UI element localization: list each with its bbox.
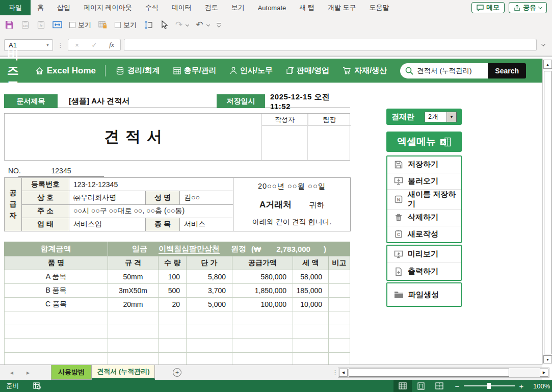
search-submit-button[interactable]: Search (488, 63, 526, 79)
col-tax[interactable]: 세 액 (293, 256, 329, 270)
col-qty[interactable]: 수 량 (159, 256, 187, 270)
search-input[interactable] (417, 67, 478, 74)
quote-date[interactable]: 20○○년 ○○월 ○○일 (241, 181, 343, 191)
cell-unit-price[interactable]: 3,700 (187, 284, 232, 297)
vertical-scroll-thumb[interactable] (544, 71, 551, 354)
tab-new-tab[interactable]: 새 탭 (293, 0, 321, 15)
zoom-slider[interactable] (464, 385, 515, 386)
row-height-button[interactable] (144, 20, 153, 30)
doc-number-value[interactable]: 12345 (18, 167, 104, 177)
sheet-tab-quote[interactable]: 견적서 (누적관리) (92, 365, 155, 380)
menu-print[interactable]: 출력하기 (387, 263, 461, 280)
total-amount-number[interactable]: 2,783,000 (276, 245, 310, 253)
menu-create-file[interactable]: 파일생성 (387, 283, 461, 306)
reg-number-value[interactable]: 123-12-12345 (69, 178, 233, 191)
horizontal-scrollbar[interactable]: ◀ ▶ (338, 368, 549, 378)
cell-item-name[interactable]: C 품목 (4, 298, 108, 311)
name-box-dropdown-icon[interactable]: ▼ (46, 43, 49, 47)
undo-button[interactable]: ↶ (196, 20, 209, 29)
zoom-percentage[interactable]: 100% (533, 382, 552, 390)
view-checkbox-1[interactable]: 보기 (69, 20, 91, 30)
tab-insert[interactable]: 삽입 (50, 0, 77, 15)
cell-spec[interactable]: 3mX50m (108, 284, 159, 297)
scroll-up-button[interactable]: ▲ (543, 60, 552, 69)
insert-function-button[interactable]: fx (103, 41, 120, 49)
nav-materials[interactable]: 자재/생산 (343, 66, 387, 75)
qat-overflow-button[interactable] (217, 23, 221, 27)
column-width-button[interactable] (52, 20, 62, 29)
tab-developer[interactable]: 개발 도구 (321, 0, 363, 15)
approval-count-dropdown[interactable]: 2개 ▼ (425, 112, 457, 122)
col-note[interactable]: 비고 (329, 256, 350, 270)
biz-type-value[interactable]: 서비스업 (69, 218, 146, 231)
cell-spec[interactable]: 50mm (108, 270, 159, 283)
paste-formulas-button[interactable]: fx (37, 20, 45, 29)
menu-new[interactable]: C 새로작성 (387, 226, 461, 243)
cell-tax[interactable]: 10,000 (293, 298, 329, 311)
cell-unit-price[interactable]: 5,800 (187, 270, 232, 283)
cell-unit-price[interactable]: 5,000 (187, 298, 232, 311)
page-layout-view-button[interactable] (412, 380, 430, 392)
share-button[interactable]: 공유 (509, 2, 547, 13)
select-cursor-button[interactable] (160, 20, 168, 29)
nav-general-affairs[interactable]: 총무/관리 (173, 66, 217, 75)
comments-button[interactable]: 메모 (471, 2, 505, 13)
cell-qty[interactable]: 100 (159, 270, 187, 283)
paste-values-button[interactable]: 123 (21, 20, 30, 29)
col-unit-price[interactable]: 단 가 (187, 256, 232, 270)
zoom-in-button[interactable]: + (517, 382, 526, 390)
page-break-view-button[interactable] (430, 380, 449, 392)
formula-input[interactable] (124, 39, 537, 51)
cell-tax[interactable]: 58,000 (293, 270, 329, 283)
tab-file[interactable]: 파일 (0, 0, 31, 15)
dropdown-arrow-icon[interactable]: ▼ (446, 112, 456, 122)
tab-home[interactable]: 홈 (31, 0, 50, 15)
cell-note[interactable] (329, 270, 350, 283)
approver-sign-cells[interactable] (262, 126, 351, 160)
horizontal-scroll-thumb[interactable] (349, 369, 509, 377)
cell-item-name[interactable]: B 품목 (4, 284, 108, 297)
company-value[interactable]: ㈜우리회사명 (69, 191, 146, 204)
nav-excel-home[interactable]: Excel Home (35, 66, 96, 76)
vertical-scrollbar[interactable]: ▲ ▼ (542, 59, 552, 364)
menu-preview[interactable]: 미리보기 (387, 246, 461, 263)
search-box[interactable] (400, 63, 488, 79)
view-checkbox-2[interactable]: 보기 (115, 20, 137, 30)
tab-formulas[interactable]: 수식 (139, 0, 165, 15)
cell-spec[interactable]: 20mm (108, 298, 159, 311)
enter-button[interactable]: ✓ (86, 41, 103, 49)
zoom-slider-thumb[interactable] (487, 383, 491, 389)
scroll-down-button[interactable]: ▼ (543, 355, 552, 363)
cell-note[interactable] (329, 298, 350, 311)
cell-supply-amount[interactable]: 100,000 (232, 298, 293, 311)
nav-hr-labor[interactable]: 인사/노무 (230, 66, 273, 75)
save-button[interactable] (5, 20, 14, 29)
cell-item-name[interactable]: A 품목 (4, 270, 108, 283)
sheet-prev-icon[interactable]: ◂ (10, 369, 13, 376)
add-sheet-button[interactable]: + (173, 368, 181, 377)
tab-help[interactable]: 도움말 (363, 0, 396, 15)
cell-supply-amount[interactable]: 580,000 (232, 270, 293, 283)
scroll-right-button[interactable]: ▶ (540, 369, 548, 377)
cell-qty[interactable]: 500 (159, 284, 187, 297)
col-spec[interactable]: 규 격 (108, 256, 159, 270)
cell-qty[interactable]: 20 (159, 298, 187, 311)
menu-delete[interactable]: 삭제하기 (387, 209, 461, 226)
macro-record-button[interactable] (33, 382, 41, 389)
nav-sales[interactable]: 판매/영업 (286, 66, 329, 75)
menu-save-as[interactable]: N 새이름 저장하기 (387, 189, 461, 209)
menu-load[interactable]: 불러오기 (387, 173, 461, 190)
nav-accounting[interactable]: 경리/회계 (116, 66, 160, 75)
tab-page-layout[interactable]: 페이지 레이아웃 (77, 0, 139, 15)
cell-supply-amount[interactable]: 1,850,000 (232, 284, 293, 297)
menu-save[interactable]: 저장하기 (387, 156, 461, 173)
biz-item-value[interactable]: 서비스 (180, 218, 233, 231)
normal-view-button[interactable] (393, 380, 412, 392)
tab-view[interactable]: 보기 (225, 0, 251, 15)
cancel-button[interactable]: × (68, 41, 86, 49)
sheet-tab-usage[interactable]: 사용방법 (51, 365, 92, 380)
tab-automate[interactable]: Automate (251, 0, 293, 15)
address-value[interactable]: ○○시 ○○구 ○○대로 ○○, ○○층 (○○동) (69, 204, 233, 218)
formula-bar-expand-icon[interactable] (541, 42, 545, 46)
tab-data[interactable]: 데이터 (165, 0, 198, 15)
